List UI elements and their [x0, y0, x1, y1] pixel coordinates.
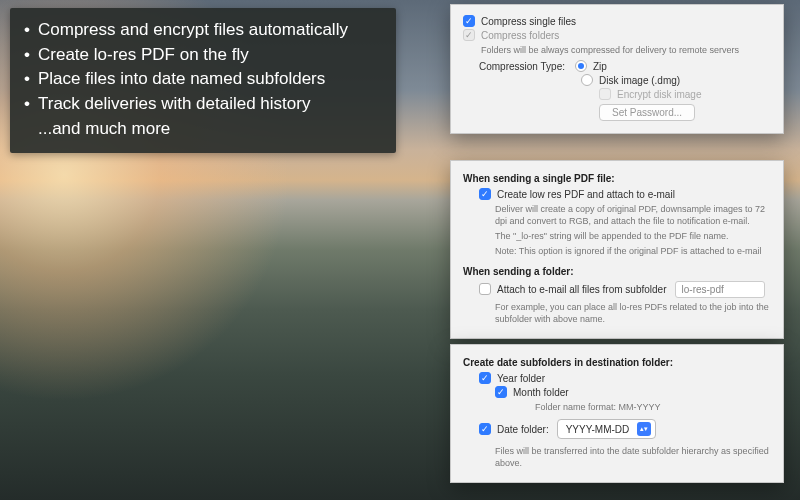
compress-folders-help: Folders will be always compressed for de…	[481, 44, 771, 56]
feature-text: Track deliveries with detailed history	[38, 92, 382, 117]
feature-more: ...and much more	[24, 117, 382, 142]
encrypt-disk-label: Encrypt disk image	[617, 89, 701, 100]
create-lowres-checkbox[interactable]: ✓	[479, 188, 491, 200]
date-title: Create date subfolders in destination fo…	[463, 357, 771, 368]
feature-item: •Place files into date named subfolders	[24, 67, 382, 92]
subfolder-name-input[interactable]: lo-res-pdf	[675, 281, 765, 298]
date-subfolder-panel: Create date subfolders in destination fo…	[450, 344, 784, 483]
feature-text: Create lo-res PDF on the fly	[38, 43, 382, 68]
feature-overlay: •Compress and encrypt files automaticall…	[10, 8, 396, 153]
pdf-folder-help: For example, you can place all lo-res PD…	[495, 301, 771, 325]
feature-item: •Create lo-res PDF on the fly	[24, 43, 382, 68]
date-help: Files will be transferred into the date …	[495, 445, 771, 469]
month-folder-label: Month folder	[513, 387, 569, 398]
year-folder-checkbox[interactable]: ✓	[479, 372, 491, 384]
compression-panel: ✓ Compress single files ✓ Compress folde…	[450, 4, 784, 134]
pdf-single-title: When sending a single PDF file:	[463, 173, 771, 184]
pdf-help-3: Note: This option is ignored if the orig…	[495, 245, 771, 257]
date-format-value: YYYY-MM-DD	[566, 424, 630, 435]
year-folder-label: Year folder	[497, 373, 545, 384]
compress-folders-checkbox: ✓	[463, 29, 475, 41]
chevron-updown-icon: ▴▾	[637, 422, 651, 436]
date-format-select[interactable]: YYYY-MM-DD ▴▾	[557, 419, 657, 439]
month-format-label: Folder name format: MM-YYYY	[535, 401, 771, 413]
feature-text: Place files into date named subfolders	[38, 67, 382, 92]
compress-single-checkbox[interactable]: ✓	[463, 15, 475, 27]
attach-subfolder-label: Attach to e-mail all files from subfolde…	[497, 284, 667, 295]
compression-zip-label: Zip	[593, 61, 607, 72]
compression-zip-radio[interactable]	[575, 60, 587, 72]
compression-dmg-label: Disk image (.dmg)	[599, 75, 680, 86]
pdf-help-1: Deliver will create a copy of original P…	[495, 203, 771, 227]
feature-item: •Track deliveries with detailed history	[24, 92, 382, 117]
feature-item: •Compress and encrypt files automaticall…	[24, 18, 382, 43]
date-folder-checkbox[interactable]: ✓	[479, 423, 491, 435]
pdf-help-2: The "_lo-res" string will be appended to…	[495, 230, 771, 242]
pdf-panel: When sending a single PDF file: ✓ Create…	[450, 160, 784, 339]
encrypt-disk-checkbox	[599, 88, 611, 100]
create-lowres-label: Create low res PDF and attach to e-mail	[497, 189, 675, 200]
attach-subfolder-checkbox[interactable]	[479, 283, 491, 295]
feature-text: Compress and encrypt files automatically	[38, 18, 382, 43]
month-folder-checkbox[interactable]: ✓	[495, 386, 507, 398]
date-folder-label: Date folder:	[497, 424, 549, 435]
feature-more-text: ...and much more	[38, 117, 382, 142]
compression-dmg-radio[interactable]	[581, 74, 593, 86]
compress-single-label: Compress single files	[481, 16, 576, 27]
compress-folders-label: Compress folders	[481, 30, 559, 41]
compression-type-label: Compression Type:	[479, 61, 565, 72]
pdf-folder-title: When sending a folder:	[463, 266, 771, 277]
set-password-button[interactable]: Set Password...	[599, 104, 695, 121]
